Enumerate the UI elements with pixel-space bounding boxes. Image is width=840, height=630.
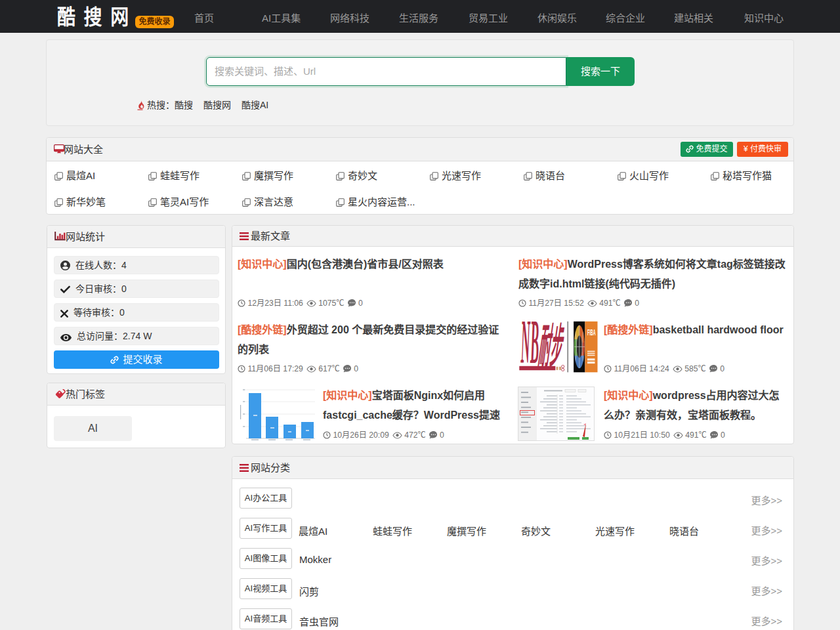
svg-text:FIBA: FIBA [587,328,596,337]
svg-text:耐步: 耐步 [536,320,567,372]
